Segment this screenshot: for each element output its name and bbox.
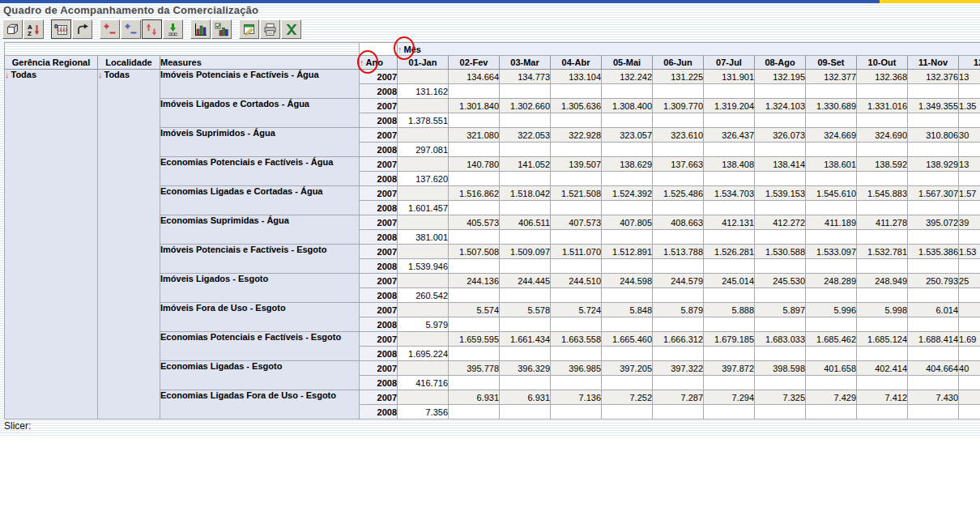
- data-cell: [551, 259, 602, 274]
- cube-button[interactable]: [2, 19, 23, 39]
- data-cell: 139.507: [551, 157, 602, 172]
- data-cell: [959, 303, 980, 317]
- data-cell: [398, 99, 449, 113]
- data-cell: 1.509.097: [500, 245, 551, 259]
- data-cell: 5.979: [398, 317, 449, 332]
- month-header[interactable]: 04-Abr: [551, 56, 602, 70]
- month-header[interactable]: 02-Fev: [449, 56, 500, 70]
- data-cell: [806, 288, 857, 303]
- data-cell: 244.136: [449, 274, 500, 288]
- data-cell: 1.53: [959, 245, 980, 259]
- measure-label: Economias Potenciais e Factíveis - Esgot…: [160, 332, 360, 361]
- data-cell: 40: [959, 361, 980, 376]
- data-cell: 1.666.312: [653, 332, 704, 347]
- data-cell: [551, 317, 602, 332]
- chart-options-icon: [215, 23, 228, 36]
- data-cell: [806, 347, 857, 361]
- data-cell: 7.252: [602, 390, 653, 405]
- month-header[interactable]: 08-Ago: [755, 56, 806, 70]
- data-cell: 416.716: [398, 376, 449, 390]
- data-cell: 39: [959, 215, 980, 230]
- sort-az-icon: AZ: [27, 23, 40, 36]
- data-cell: [908, 347, 959, 361]
- data-cell: [908, 376, 959, 390]
- data-cell: [500, 347, 551, 361]
- refresh-button[interactable]: [72, 19, 92, 39]
- move-updown-button[interactable]: [142, 19, 162, 39]
- data-cell: [602, 259, 653, 274]
- sort-az-button[interactable]: AZ: [23, 19, 44, 39]
- data-cell: 5.998: [857, 303, 908, 317]
- expand-blue-button[interactable]: [121, 19, 141, 39]
- month-header[interactable]: 03-Mar: [500, 56, 551, 70]
- data-cell: 1.535.386: [908, 245, 959, 259]
- data-cell: 5.879: [653, 303, 704, 317]
- data-cell: [857, 376, 908, 390]
- data-cell: 1.685.462: [806, 332, 857, 347]
- chart-button[interactable]: [190, 19, 211, 39]
- data-cell: 1.545.610: [806, 186, 857, 201]
- data-cell: [449, 376, 500, 390]
- year-cell: 2007: [360, 245, 398, 259]
- svg-text:Z: Z: [28, 30, 32, 36]
- commands-options-button[interactable]: [239, 19, 259, 39]
- year-cell: 2008: [360, 317, 398, 332]
- data-cell: 248.289: [806, 274, 857, 288]
- field-localidade[interactable]: Localidade: [98, 56, 160, 70]
- year-cell: 2008: [360, 405, 398, 419]
- data-cell: [755, 376, 806, 390]
- month-header[interactable]: 11-Nov: [908, 56, 959, 70]
- data-cell: 1.659.595: [449, 332, 500, 347]
- data-cell: [857, 259, 908, 274]
- month-header[interactable]: 06-Jun: [653, 56, 704, 70]
- filter-dropdown-icon[interactable]: ↓: [5, 70, 10, 79]
- year-cell: 2007: [360, 157, 398, 172]
- year-cell: 2008: [360, 230, 398, 245]
- data-cell: [959, 347, 980, 361]
- data-cell: [908, 84, 959, 99]
- data-cell: 1.521.508: [551, 186, 602, 201]
- data-cell: 321.080: [449, 128, 500, 143]
- data-cell: [959, 288, 980, 303]
- field-measures[interactable]: Measures: [160, 56, 360, 70]
- filter-localidade[interactable]: ↓Todas: [98, 70, 160, 419]
- data-cell: 132.195: [755, 70, 806, 84]
- print-button[interactable]: [260, 19, 280, 39]
- data-cell: [908, 317, 959, 332]
- data-cell: 260.542: [398, 288, 449, 303]
- expand-red-button[interactable]: [100, 19, 120, 39]
- drilldown-button[interactable]: [163, 19, 183, 39]
- measure-label: Economias Ligadas e Cortadas - Água: [160, 186, 360, 215]
- data-cell: 412.131: [704, 215, 755, 230]
- filter-value: Todas: [11, 70, 37, 79]
- data-cell: [959, 201, 980, 215]
- column-field-mes[interactable]: ↑Mês: [398, 43, 980, 56]
- month-header[interactable]: 07-Jul: [704, 56, 755, 70]
- field-gerencia-regional[interactable]: Gerência Regional: [5, 56, 98, 70]
- filter-gerencia-regional[interactable]: ↓Todas: [5, 70, 98, 419]
- autocalc-button[interactable]: 0: [51, 19, 71, 39]
- data-cell: 322.928: [551, 128, 602, 143]
- data-cell: 310.806: [908, 128, 959, 143]
- month-header[interactable]: 10-Out: [857, 56, 908, 70]
- filter-dropdown-icon[interactable]: ↓: [98, 70, 103, 79]
- data-cell: 7.136: [551, 390, 602, 405]
- export-excel-button[interactable]: [281, 19, 301, 39]
- data-cell: 5.996: [806, 303, 857, 317]
- data-cell: [398, 70, 449, 84]
- data-cell: 381.001: [398, 230, 449, 245]
- data-cell: [500, 84, 551, 99]
- data-cell: 131.225: [653, 70, 704, 84]
- print-icon: [263, 23, 277, 36]
- data-cell: [704, 113, 755, 128]
- measure-label: Imóveis Fora de Uso - Esgoto: [160, 303, 360, 332]
- chart-options-button[interactable]: [211, 19, 232, 39]
- month-header[interactable]: 12: [959, 56, 980, 70]
- data-cell: [704, 347, 755, 361]
- month-header[interactable]: 05-Mai: [602, 56, 653, 70]
- data-cell: 1.526.281: [704, 245, 755, 259]
- data-cell: [806, 143, 857, 157]
- data-cell: 7.325: [755, 390, 806, 405]
- month-header[interactable]: 09-Set: [806, 56, 857, 70]
- data-cell: 407.805: [602, 215, 653, 230]
